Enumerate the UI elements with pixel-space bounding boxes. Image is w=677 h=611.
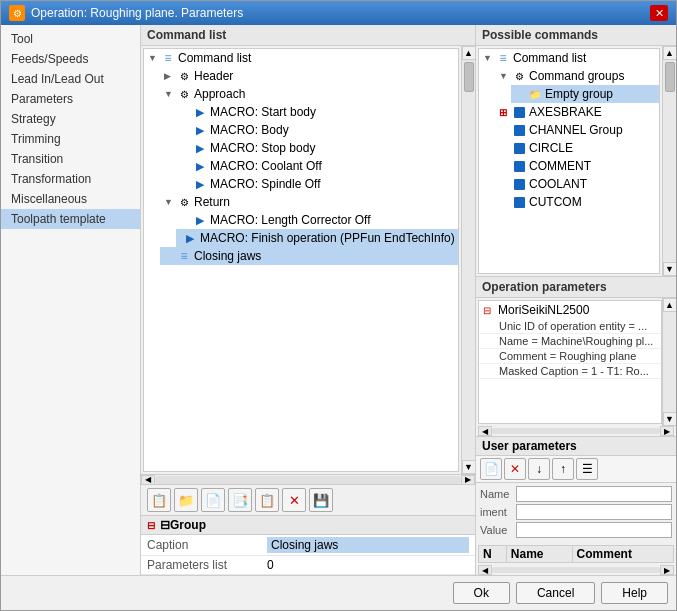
prop-value-params[interactable]: 0 [261,556,475,575]
op-tree-moriseki[interactable]: ⊟ MoriSeikiNL2500 [479,301,661,319]
sidebar-item-transformation[interactable]: Transformation [1,169,140,189]
sidebar-item-miscellaneous[interactable]: Miscellaneous [1,189,140,209]
user-up-btn[interactable]: ↑ [552,458,574,480]
scroll-up[interactable]: ▲ [462,46,476,60]
scroll-down[interactable]: ▼ [663,262,677,276]
user-name-input[interactable] [516,486,672,502]
tree-item-macro-finish[interactable]: ▶ MACRO: Finish operation (PPFun EndTech… [176,229,458,247]
tree-item-header[interactable]: ▶ ⚙ Header [160,67,458,85]
tree-item-macro-start[interactable]: ▶ MACRO: Start body [176,103,458,121]
tree-item-macro-spindle[interactable]: ▶ MACRO: Spindle Off [176,175,458,193]
scroll-track [663,60,676,262]
cancel-button[interactable]: Cancel [516,582,595,604]
hscroll-track[interactable] [155,476,461,484]
window-title: Operation: Roughing plane. Parameters [31,6,243,20]
possible-item-emptygroup[interactable]: 📁 Empty group [511,85,659,103]
gear-icon: ⚙ [177,69,191,83]
possible-item-cmdlist[interactable]: ▼ ≡ Command list [479,49,659,67]
macro-icon: ▶ [193,123,207,137]
duplicate-button[interactable]: 📑 [228,488,252,512]
tree-item-return[interactable]: ▼ ⚙ Return [160,193,458,211]
user-params-header: User parameters [476,437,676,456]
scroll-up[interactable]: ▲ [663,298,677,312]
hscroll-right[interactable]: ▶ [461,475,475,485]
possible-item-cmdgroups[interactable]: ▼ ⚙ Command groups [495,67,659,85]
sidebar-item-trimming[interactable]: Trimming [1,129,140,149]
op-hscroll-track[interactable] [492,428,660,434]
list-icon: ≡ [177,249,191,263]
possible-item-cutcom[interactable]: CUTCOM [495,193,659,211]
tree-item-macro-body[interactable]: ▶ MACRO: Body [176,121,458,139]
save-button[interactable]: 💾 [309,488,333,512]
scroll-down[interactable]: ▼ [663,412,677,426]
prop-group-header: ⊟ ⊟Group [141,516,475,535]
tree-item-macro-length[interactable]: ▶ MACRO: Length Corrector Off [176,211,458,229]
op-hscroll-right[interactable]: ▶ [660,426,674,436]
new-button[interactable]: 📄 [201,488,225,512]
tree-item-closing-jaws[interactable]: ≡ Closing jaws [160,247,458,265]
user-hscroll-track[interactable] [492,567,660,573]
user-new-btn[interactable]: 📄 [480,458,502,480]
command-tree: ▼ ≡ Command list ▶ ⚙ Header ▼ [143,48,459,472]
list-icon: ≡ [161,51,175,65]
op-tree-unic: Unic ID of operation entity = ... [479,319,661,334]
sidebar-item-parameters[interactable]: Parameters [1,89,140,109]
macro-icon: ▶ [193,159,207,173]
scroll-down[interactable]: ▼ [462,460,476,474]
expand-icon: ▶ [164,71,174,81]
user-list-btn[interactable]: ☰ [576,458,598,480]
expand-icon: ▼ [499,71,509,81]
user-value-input[interactable] [516,522,672,538]
user-table: N Name Comment [478,545,674,563]
tree-item-macro-coolant[interactable]: ▶ MACRO: Coolant Off [176,157,458,175]
block-icon [512,141,526,155]
op-hscroll: ◀ ▶ [476,426,676,436]
possible-item-comment[interactable]: COMMENT [495,157,659,175]
possible-item-axesbrake[interactable]: ⊞ AXESBRAKE [495,103,659,121]
hscroll-left[interactable]: ◀ [141,475,155,485]
ok-button[interactable]: Ok [453,582,510,604]
user-down-btn[interactable]: ↓ [528,458,550,480]
possible-item-channelgroup[interactable]: CHANNEL Group [495,121,659,139]
user-delete-btn[interactable]: ✕ [504,458,526,480]
sidebar-item-tool[interactable]: Tool [1,29,140,49]
expand-icon: ▼ [164,89,174,99]
user-hscroll-left[interactable]: ◀ [478,565,492,575]
sidebar-item-leadin[interactable]: Lead In/Lead Out [1,69,140,89]
delete-button[interactable]: ✕ [282,488,306,512]
left-panel: Tool Feeds/Speeds Lead In/Lead Out Param… [1,25,141,575]
paste-button[interactable]: 📋 [255,488,279,512]
scroll-up[interactable]: ▲ [663,46,677,60]
possible-vscrollbar[interactable]: ▲ ▼ [662,46,676,276]
block-icon [512,123,526,137]
bottom-bar: Ok Cancel Help [1,575,676,610]
help-button[interactable]: Help [601,582,668,604]
center-panel: Command list ▼ ≡ Command list ▶ ⚙ [141,25,476,575]
prop-value-caption[interactable]: Closing jaws [261,535,475,556]
possible-item-coolant[interactable]: COOLANT [495,175,659,193]
copy-button[interactable]: 📋 [147,488,171,512]
user-hscroll-right[interactable]: ▶ [660,565,674,575]
close-button[interactable]: ✕ [650,5,668,21]
sidebar-item-toolpath[interactable]: Toolpath template [1,209,140,229]
scroll-thumb[interactable] [665,62,675,92]
folder-icon: 📁 [528,87,542,101]
center-vscrollbar[interactable]: ▲ ▼ [461,46,475,474]
tree-item-macro-stop[interactable]: ▶ MACRO: Stop body [176,139,458,157]
user-field-comment-row: iment [480,504,672,520]
expand-icon: ⊟ [483,305,495,316]
sidebar-item-feeds[interactable]: Feeds/Speeds [1,49,140,69]
op-hscroll-left[interactable]: ◀ [478,426,492,436]
user-comment-input[interactable] [516,504,672,520]
folder-button[interactable]: 📁 [174,488,198,512]
macro-icon: ▶ [193,105,207,119]
possible-item-circle[interactable]: CIRCLE [495,139,659,157]
tree-item-approach[interactable]: ▼ ⚙ Approach [160,85,458,103]
scroll-track [462,60,475,460]
sidebar-item-strategy[interactable]: Strategy [1,109,140,129]
prop-row-caption: Caption Closing jaws [141,535,475,556]
op-vscrollbar[interactable]: ▲ ▼ [662,298,676,426]
scroll-thumb[interactable] [464,62,474,92]
sidebar-item-transition[interactable]: Transition [1,149,140,169]
tree-item-command-list[interactable]: ▼ ≡ Command list [144,49,458,67]
